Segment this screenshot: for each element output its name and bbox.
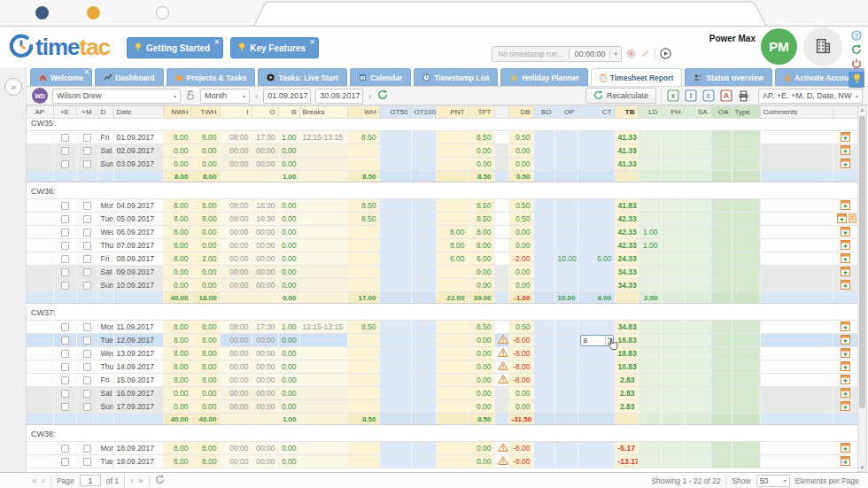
column-header-o[interactable]: O <box>252 106 278 119</box>
period-select[interactable]: Month▾ <box>200 89 250 104</box>
timesheet-row[interactable]: Sun10.09.20170.000.0000:0000:000.000.000… <box>27 279 857 292</box>
row-checkbox[interactable] <box>83 376 91 384</box>
export-row-icon[interactable] <box>841 361 850 373</box>
export-row-icon[interactable] <box>841 401 850 413</box>
date-from-input[interactable]: 01.09.2017 <box>263 89 311 104</box>
export-row-icon[interactable] <box>841 132 850 143</box>
reload-report-icon[interactable] <box>377 89 388 102</box>
column-header-op[interactable]: OP <box>554 106 577 119</box>
refresh-icon[interactable] <box>849 43 864 56</box>
row-checkbox[interactable] <box>83 337 91 345</box>
user-avatar[interactable]: PM <box>761 28 797 65</box>
row-checkbox[interactable] <box>83 215 91 223</box>
column-header-pnt[interactable]: PNT <box>436 106 468 119</box>
row-checkbox[interactable] <box>83 363 91 371</box>
column-header-comments[interactable]: Comments <box>760 106 833 119</box>
row-checkbox[interactable] <box>61 323 69 331</box>
export-row-icon[interactable] <box>841 240 850 252</box>
date-to-input[interactable]: 30.09.2017 <box>315 89 363 104</box>
row-checkbox[interactable] <box>83 268 91 276</box>
column-header-db[interactable]: DB <box>508 106 533 119</box>
column-header-pe[interactable]: +E <box>53 106 76 119</box>
row-checkbox[interactable] <box>61 350 69 358</box>
timesheet-row[interactable]: Mon18.09.20178.008.0000:0000:000.000.00-… <box>27 442 857 455</box>
tab-tasks-live-start[interactable]: Tasks: Live Start <box>258 68 346 86</box>
export-row-icon[interactable] <box>841 145 850 157</box>
column-header-ap[interactable]: AP <box>27 106 53 119</box>
row-checkbox[interactable] <box>83 350 91 358</box>
export-row-icon[interactable] <box>841 388 850 399</box>
traffic-light-minimize[interactable] <box>87 6 100 19</box>
column-header-actions[interactable] <box>833 106 857 119</box>
row-checkbox[interactable] <box>83 202 91 210</box>
help-icon[interactable]: ? <box>849 29 864 42</box>
scroll-down-icon[interactable]: ▼ <box>858 465 866 470</box>
page-input[interactable]: 1 <box>80 475 101 486</box>
tab-dashboard[interactable]: Dashboard <box>95 68 163 86</box>
timesheet-row[interactable]: Fri15.09.20178.008.0000:0000:000.000.00-… <box>27 374 857 387</box>
tab-welcome[interactable]: Welcome✕ <box>30 68 92 86</box>
timesheet-row[interactable]: Sun17.09.20170.000.0000:0000:000.000.000… <box>27 400 857 414</box>
tab-timestamp-list[interactable]: Timestamp List <box>414 68 498 86</box>
row-checkbox[interactable] <box>83 323 91 331</box>
export-row-icon[interactable] <box>841 321 850 333</box>
column-header-ph[interactable]: PH <box>661 106 684 119</box>
row-checkbox[interactable] <box>83 445 91 453</box>
export-excel-button[interactable]: x <box>666 89 679 103</box>
prev-period-icon[interactable]: ‹ <box>254 91 259 101</box>
export-row-icon[interactable] <box>841 280 850 291</box>
chevron-down-icon[interactable]: ▾ <box>609 50 621 58</box>
row-checkbox[interactable] <box>83 390 91 398</box>
export-row-icon[interactable] <box>841 267 850 278</box>
scroll-up-icon[interactable]: ▲ <box>858 107 866 112</box>
column-header-breaks[interactable]: Breaks <box>299 106 347 119</box>
row-checkbox[interactable] <box>61 268 69 276</box>
logout-power-icon[interactable] <box>849 58 864 70</box>
column-header-nwh[interactable]: NWH <box>163 106 191 119</box>
edit-timestamp-icon[interactable] <box>640 49 650 60</box>
column-header-wh[interactable]: WH <box>347 106 379 119</box>
row-checkbox[interactable] <box>61 134 69 142</box>
row-checkbox[interactable] <box>61 445 69 453</box>
export-row-icon[interactable] <box>841 375 850 386</box>
start-timestamp-button[interactable] <box>660 48 671 61</box>
tab-timesheet-report[interactable]: Timesheet Report <box>591 68 683 86</box>
timesheet-row[interactable]: Sat02.09.20170.000.0000:0000:000.000.000… <box>27 144 857 158</box>
timesheet-row[interactable]: Mon04.09.20178.008.0008:0016:300.008.508… <box>27 199 857 213</box>
timesheet-row[interactable]: Tue12.09.20178.008.0000:0000:000.000.00-… <box>27 334 857 347</box>
refresh-grid-icon[interactable] <box>155 475 165 486</box>
row-checkbox[interactable] <box>83 458 91 466</box>
timesheet-row[interactable]: Sat16.09.20170.000.0000:0000:000.000.000… <box>27 387 857 400</box>
export-pdf-button[interactable]: A <box>719 89 732 103</box>
export-row-icon[interactable] <box>841 456 850 468</box>
column-header-d[interactable]: D <box>97 106 113 119</box>
row-checkbox[interactable] <box>61 215 69 223</box>
row-checkbox[interactable] <box>61 363 69 371</box>
column-header-pm[interactable]: +M <box>76 106 97 119</box>
recalculate-button[interactable]: Recalculate <box>585 88 656 104</box>
export-row-icon[interactable] <box>841 159 850 170</box>
row-checkbox[interactable] <box>61 160 69 168</box>
timesheet-row[interactable]: Fri08.09.20178.002.0000:0000:000.006.006… <box>27 252 857 266</box>
timesheet-row[interactable]: Sat09.09.20170.000.0000:0000:000.000.000… <box>27 266 857 279</box>
tab-projects-tasks[interactable]: Projects & Tasks <box>167 68 256 86</box>
columns-select[interactable]: AP, +E, +M, D, Date, NWH, T▾ <box>758 89 863 104</box>
prev-page-icon[interactable]: ‹ <box>43 476 45 485</box>
row-checkbox[interactable] <box>61 337 69 345</box>
export-row-icon[interactable] <box>841 443 850 454</box>
column-header-ot100[interactable]: OT100 <box>411 106 436 119</box>
timesheet-row[interactable]: Wed06.09.20178.000.0000:0000:000.008.008… <box>27 226 857 239</box>
column-header-warn[interactable] <box>494 106 508 119</box>
timesheet-row[interactable]: Tue05.09.20178.008.0008:0016:300.008.508… <box>27 213 857 226</box>
promo-key-features-button[interactable]: Key Features✕ <box>230 37 319 58</box>
column-header-type[interactable]: Type <box>732 106 760 119</box>
traffic-light-maximize[interactable] <box>156 6 169 19</box>
row-checkbox[interactable] <box>61 229 69 236</box>
column-header-twh[interactable]: TWH <box>191 106 220 119</box>
row-checkbox[interactable] <box>61 282 69 290</box>
export-csv-button[interactable]: c <box>701 89 715 103</box>
tab-status-overview[interactable]: Status overview <box>685 68 772 86</box>
tab-holiday-planner[interactable]: Holiday Planner <box>500 68 587 86</box>
export-row-icon[interactable] <box>841 200 850 212</box>
export-row-icon[interactable] <box>841 335 850 346</box>
